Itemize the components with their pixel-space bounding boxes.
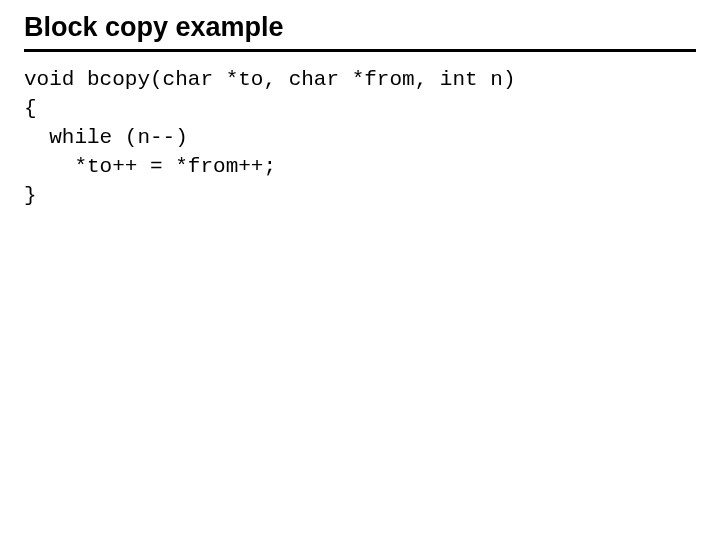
code-line: } — [24, 184, 37, 207]
code-line: void bcopy(char *to, char *from, int n) — [24, 68, 515, 91]
code-line: *to++ = *from++; — [24, 155, 276, 178]
slide: Block copy example void bcopy(char *to, … — [0, 0, 720, 235]
code-block: void bcopy(char *to, char *from, int n) … — [24, 66, 696, 211]
title-divider — [24, 49, 696, 52]
page-title: Block copy example — [24, 12, 696, 43]
code-line: while (n--) — [24, 126, 188, 149]
code-line: { — [24, 97, 37, 120]
